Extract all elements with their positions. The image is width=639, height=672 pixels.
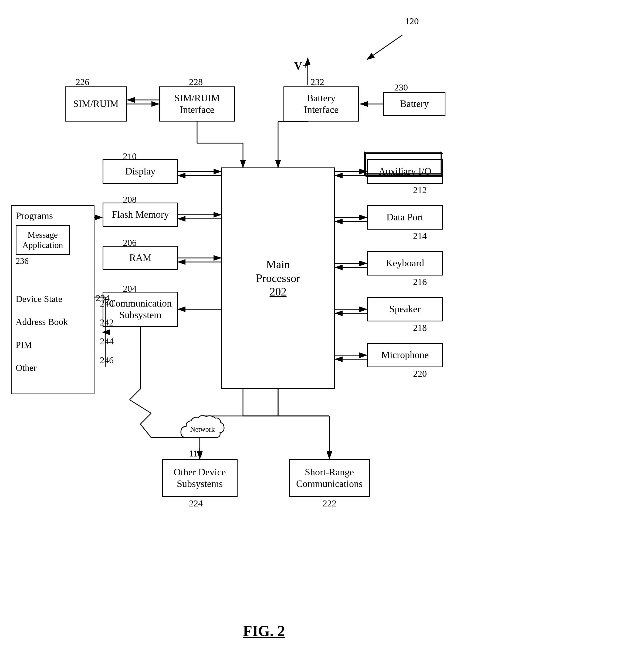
ref-206: 206 xyxy=(123,238,137,248)
microphone-label: Microphone xyxy=(381,349,429,361)
message-application-label: MessageApplication xyxy=(22,230,63,250)
display-label: Display xyxy=(125,166,156,177)
ram-box: RAM xyxy=(103,246,178,270)
flash-memory-label: Flash Memory xyxy=(112,209,169,220)
svg-line-31 xyxy=(129,389,140,400)
speaker-label: Speaker xyxy=(389,303,421,315)
svg-line-32 xyxy=(129,400,151,413)
short-range-comm-label: Short-RangeCommunications xyxy=(296,467,362,490)
main-processor-label: MainProcessor202 xyxy=(256,258,300,299)
ref-242: 242 xyxy=(100,317,114,327)
ref-218: 218 xyxy=(413,323,427,333)
device-state-label: Device State xyxy=(16,294,90,304)
main-processor-box: MainProcessor202 xyxy=(221,167,335,389)
microphone-box: Microphone xyxy=(367,343,443,367)
keyboard-label: Keyboard xyxy=(386,257,424,269)
ref-224: 224 xyxy=(189,498,203,508)
address-book-label: Address Book xyxy=(16,317,90,327)
ref-240: 240 xyxy=(100,299,114,309)
vplus-label: V+ xyxy=(294,59,308,72)
other-device-subsystems-box: Other DeviceSubsystems xyxy=(162,459,237,497)
sim-ruim-box: SIM/RUIM xyxy=(65,87,127,122)
sim-ruim-interface-box: SIM/RUIMInterface xyxy=(159,87,235,122)
ref-210: 210 xyxy=(123,151,137,162)
ref-226: 226 xyxy=(76,77,89,87)
svg-line-2 xyxy=(367,35,402,59)
ref-208: 208 xyxy=(123,195,137,205)
svg-line-33 xyxy=(140,413,151,424)
sim-ruim-interface-label: SIM/RUIMInterface xyxy=(174,92,220,116)
ref-114: 114 xyxy=(189,448,202,459)
other-device-subsystems-label: Other DeviceSubsystems xyxy=(174,467,226,490)
ref-236: 236 xyxy=(16,256,29,266)
ref-120: 120 xyxy=(405,16,419,27)
ref-246: 246 xyxy=(100,355,114,365)
data-port-box: Data Port xyxy=(367,205,443,230)
comm-subsystem-label: CommunicationSubsystem xyxy=(109,297,172,321)
short-range-comm-box: Short-RangeCommunications xyxy=(289,459,370,497)
ref-214: 214 xyxy=(413,231,427,241)
flash-memory-box: Flash Memory xyxy=(103,202,178,227)
ref-244: 244 xyxy=(100,336,114,347)
ram-label: RAM xyxy=(129,252,152,264)
keyboard-box: Keyboard xyxy=(367,251,443,275)
battery-interface-label: BatteryInterface xyxy=(304,92,339,116)
ref-220: 220 xyxy=(413,369,427,379)
svg-line-34 xyxy=(140,424,151,438)
ref-232: 232 xyxy=(310,77,324,87)
programs-label: Programs xyxy=(16,210,53,222)
battery-box: Battery xyxy=(383,92,446,116)
ref-204: 204 xyxy=(123,284,137,294)
battery-interface-box: BatteryInterface xyxy=(283,87,359,122)
network-cloud: Network xyxy=(175,413,230,448)
ref-216: 216 xyxy=(413,277,427,287)
display-box: Display xyxy=(103,159,178,184)
ref-222: 222 xyxy=(323,498,337,508)
battery-label: Battery xyxy=(400,98,429,110)
ref-228: 228 xyxy=(189,77,203,87)
ref-230: 230 xyxy=(394,82,408,93)
data-port-label: Data Port xyxy=(387,212,424,223)
message-application-box: MessageApplication xyxy=(16,225,69,255)
speaker-box: Speaker xyxy=(367,297,443,321)
fig-label: FIG. 2 xyxy=(243,622,285,640)
programs-section: Programs MessageApplication 236 Device S… xyxy=(11,205,94,394)
comm-subsystem-box: CommunicationSubsystem xyxy=(103,292,178,327)
ref-212: 212 xyxy=(413,185,427,195)
svg-text:Network: Network xyxy=(190,425,215,433)
other-label: Other xyxy=(16,363,90,373)
diagram-container: 120 MainProcessor202 Display 210 Flash M… xyxy=(0,0,639,672)
pim-label: PIM xyxy=(16,340,90,350)
sim-ruim-label: SIM/RUIM xyxy=(73,98,119,110)
